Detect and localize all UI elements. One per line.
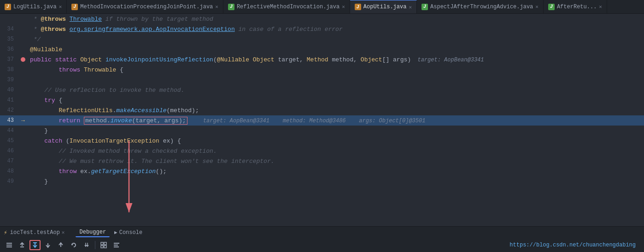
code-area-wrapper: * @throws Throwable if thrown by the tar…	[0, 14, 644, 226]
line-number: 35	[0, 36, 18, 42]
svg-rect-12	[114, 243, 119, 244]
code-line-40: 40 // Use reflection to invoke the metho…	[0, 85, 644, 95]
tab-close[interactable]: ✕	[535, 4, 539, 10]
svg-rect-10	[101, 246, 103, 248]
toolbar-btn-reset[interactable]	[68, 240, 79, 250]
toolbar-btn-step-over-up[interactable]	[17, 240, 28, 250]
code-content: throw ex.getTargetException();	[28, 168, 644, 175]
svg-rect-8	[101, 242, 103, 245]
line-gutter-debug-arrow: →	[18, 117, 28, 124]
toolbar-btn-watches[interactable]	[98, 240, 109, 250]
debug-session-close[interactable]: ✕	[62, 229, 65, 235]
line-number: 49	[0, 178, 18, 185]
svg-rect-11	[104, 246, 106, 248]
watches-icon	[100, 241, 107, 249]
code-line-44: 44 }	[0, 126, 644, 136]
tab-close[interactable]: ✕	[409, 4, 412, 10]
code-content: catch (InvocationTargetException ex) {	[28, 138, 644, 144]
line-number: 42	[0, 107, 18, 114]
status-url[interactable]: https://blog.csdn.net/chuanchengdabing	[509, 242, 640, 248]
code-content: try {	[28, 97, 644, 104]
code-content: */	[28, 36, 644, 43]
line-number: 36	[0, 46, 18, 53]
svg-rect-14	[114, 246, 119, 247]
tab-method[interactable]: J MethodInvocationProceedingJoinPoint.ja…	[67, 0, 223, 14]
code-line: 35 */	[0, 34, 644, 44]
debug-session-label: iocTest.testAop	[10, 229, 60, 236]
svg-rect-4	[6, 246, 12, 247]
debug-bottom-bar: ⚡ iocTest.testAop ✕ Debugger ▶ Console	[0, 226, 644, 252]
debug-tabs-row: ⚡ iocTest.testAop ✕ Debugger ▶ Console	[0, 227, 644, 239]
code-content: // Use reflection to invoke the method.	[28, 87, 644, 94]
code-area[interactable]: * @throws Throwable if thrown by the tar…	[0, 14, 644, 226]
tab-icon-java-green: J	[548, 4, 555, 10]
line-number: 45	[0, 138, 18, 144]
tab-close[interactable]: ✕	[59, 4, 62, 10]
tab-icon-java-green: J	[228, 4, 234, 10]
tab-close[interactable]: ✕	[599, 4, 602, 10]
code-content: ReflectionUtils.makeAccessible(method);	[28, 107, 644, 114]
tab-icon-java: J	[71, 4, 78, 10]
code-line: * @throws Throwable if thrown by the tar…	[0, 14, 644, 24]
debug-toolbar: https://blog.csdn.net/chuanchengdabing	[0, 239, 644, 252]
tab-aoputils[interactable]: J AopUtils.java ✕	[350, 0, 417, 14]
line-number: 39	[0, 77, 18, 83]
reset-icon	[70, 241, 77, 249]
code-line-42: 42 ReflectionUtils.makeAccessible(method…	[0, 105, 644, 115]
tab-icon-java: J	[355, 4, 361, 10]
step-over-up-icon	[18, 241, 26, 249]
line-number: 40	[0, 87, 18, 93]
code-content: // Invoked method threw a checked except…	[28, 148, 644, 155]
svg-rect-2	[6, 243, 12, 244]
code-content: // We must rethrow it. The client won't …	[28, 158, 644, 165]
tab-afterretu[interactable]: J AfterRetu... ✕	[544, 0, 607, 14]
tab-label: ReflectiveMethodInvocation.java	[237, 4, 340, 10]
toolbar-separator	[95, 241, 95, 249]
svg-rect-6	[33, 242, 37, 243]
code-lines: * @throws Throwable if thrown by the tar…	[0, 14, 644, 186]
debug-tab-console[interactable]: ▶ Console	[111, 228, 146, 237]
code-line-38: 38 throws Throwable {	[0, 65, 644, 75]
code-line-48: 48 throw ex.getTargetException();	[0, 166, 644, 176]
tab-logu[interactable]: J LogUtils.java ✕	[0, 0, 67, 14]
toolbar-btn-frames[interactable]	[4, 240, 15, 250]
code-line-41: 41 try {	[0, 95, 644, 105]
tab-label: AspectJAfterThrowingAdvice.java	[430, 4, 533, 10]
line-number: 43	[0, 117, 18, 124]
toolbar-btn-step-into-highlighted[interactable]	[29, 240, 41, 250]
code-line-43-highlighted: 43 → return method.invoke(target, args);…	[0, 115, 644, 126]
tab-aspectj[interactable]: J AspectJAfterThrowingAdvice.java ✕	[417, 0, 544, 14]
code-line-46: 46 // Invoked method threw a checked exc…	[0, 146, 644, 156]
line-number: 47	[0, 158, 18, 164]
tab-close[interactable]: ✕	[215, 4, 218, 10]
line-number: 44	[0, 127, 18, 134]
tab-close[interactable]: ✕	[342, 4, 345, 10]
line-number: 34	[0, 26, 18, 32]
step-over-down-icon	[44, 241, 52, 249]
toolbar-btn-variables[interactable]	[111, 240, 122, 250]
variables-icon	[113, 241, 120, 249]
svg-rect-13	[114, 245, 118, 246]
tab-bar: J LogUtils.java ✕ J MethodInvocationProc…	[0, 0, 644, 14]
line-number: 48	[0, 168, 18, 174]
code-line-39: 39	[0, 75, 644, 85]
line-gutter-breakpoint	[18, 57, 28, 62]
code-line: 36 @Nullable	[0, 44, 644, 54]
code-content: * @throws Throwable if thrown by the tar…	[28, 16, 644, 23]
code-line-49: 49 }	[0, 176, 644, 186]
code-content: }	[28, 127, 644, 134]
tab-reflective[interactable]: J ReflectiveMethodInvocation.java ✕	[223, 0, 350, 14]
code-content: * @throws org.springframework.aop.AopInv…	[28, 26, 644, 33]
toolbar-btn-step-over-down[interactable]	[42, 240, 53, 250]
code-content: public static Object invokeJoinpointUsin…	[28, 56, 644, 63]
debug-lightning-icon: ⚡	[4, 229, 7, 236]
debug-tab-debugger[interactable]: Debugger	[76, 228, 110, 237]
toolbar-btn-force-step-into[interactable]	[81, 240, 92, 250]
code-line: 34 * @throws org.springframework.aop.Aop…	[0, 24, 644, 34]
code-content: @Nullable	[28, 46, 644, 53]
line-number: 37	[0, 56, 18, 63]
toolbar-btn-step-back[interactable]	[55, 240, 66, 250]
code-content: }	[28, 178, 644, 185]
svg-rect-5	[20, 246, 24, 247]
code-line-45: 45 catch (InvocationTargetException ex) …	[0, 136, 644, 146]
